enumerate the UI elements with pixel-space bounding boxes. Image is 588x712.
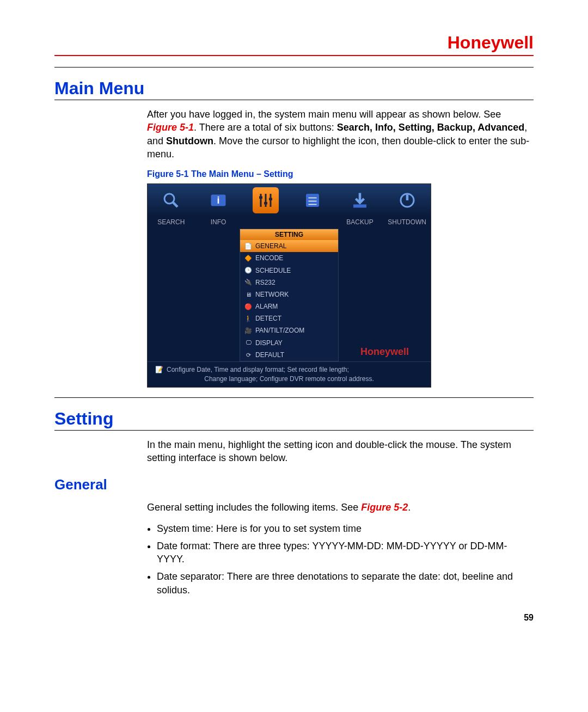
- dvr-setting-submenu: SETTING 📄GENERAL 🔶ENCODE 🕒SCHEDULE 🔌RS23…: [240, 229, 339, 361]
- dvr-submenu-network[interactable]: 🖥NETWORK: [240, 289, 338, 300]
- dvr-toolbar-shutdown[interactable]: [383, 184, 431, 217]
- network-icon: 🖥: [244, 291, 252, 298]
- dvr-toolbar-advanced[interactable]: [289, 184, 336, 217]
- general-bullet-list: System time: Here is for you to set syst…: [157, 522, 534, 597]
- detect-icon: 🚶: [244, 315, 252, 322]
- dvr-brand: Honeywell: [339, 229, 431, 361]
- dvr-toolbar-search[interactable]: [148, 184, 195, 217]
- display-icon: 🖵: [244, 339, 252, 347]
- text: .: [408, 502, 411, 513]
- label: PAN/TILT/ZOOM: [255, 326, 304, 335]
- figure-ref-5-2: Figure 5-2: [361, 502, 408, 513]
- hint-text-1: Configure Date, Time and display format;…: [167, 365, 349, 375]
- heading-general: General: [54, 476, 534, 493]
- dvr-toolbar-label: BACKUP: [336, 218, 384, 226]
- dvr-toolbar-label: [242, 218, 289, 226]
- section-rule-top-2: [54, 397, 534, 398]
- label: ENCODE: [255, 254, 283, 262]
- text: After you have logged in, the system mai…: [147, 109, 501, 120]
- bullet-item: Date separator: There are three denotati…: [157, 570, 534, 597]
- heading-main-menu: Main Menu: [54, 78, 534, 99]
- text: General setting includes the following i…: [147, 502, 361, 513]
- dvr-toolbar-backup[interactable]: [336, 184, 384, 217]
- ptz-icon: 🎥: [244, 327, 252, 335]
- hint-text-2: Change language; Configure DVR remote co…: [153, 375, 425, 384]
- svg-rect-11: [353, 204, 366, 207]
- label: ALARM: [255, 302, 278, 311]
- bold-shutdown: Shutdown: [166, 136, 213, 146]
- dvr-toolbar-label: INFO: [195, 218, 242, 226]
- schedule-icon: 🕒: [244, 267, 252, 274]
- section-rule-top: [54, 67, 534, 67]
- dvr-submenu-head: SETTING: [240, 229, 338, 240]
- svg-line-1: [173, 202, 177, 207]
- dvr-toolbar-label: SHUTDOWN: [383, 218, 431, 226]
- hint-icon: 📝: [155, 365, 163, 375]
- svg-text:i: i: [217, 195, 219, 206]
- label: SCHEDULE: [255, 266, 291, 275]
- encode-icon: 🔶: [244, 254, 252, 262]
- svg-rect-7: [306, 194, 319, 207]
- label: RS232: [255, 278, 275, 287]
- setting-paragraph: In the main menu, highlight the setting …: [147, 438, 534, 465]
- dvr-submenu-default[interactable]: ⟳DEFAULT: [240, 349, 338, 361]
- main-menu-paragraph: After you have logged in, the system mai…: [147, 108, 534, 161]
- dvr-submenu-alarm[interactable]: 🔴ALARM: [240, 300, 338, 312]
- svg-rect-4: [259, 196, 262, 199]
- section-rule-bottom-2: [54, 430, 534, 431]
- dvr-toolbar-setting[interactable]: [242, 184, 289, 217]
- general-icon: 📄: [244, 242, 252, 250]
- dvr-submenu-encode[interactable]: 🔶ENCODE: [240, 252, 338, 264]
- dvr-submenu-ptz[interactable]: 🎥PAN/TILT/ZOOM: [240, 324, 338, 336]
- dvr-main-menu-screenshot: i SEARCH INFO BACKUP SHUTDOWN SETTING 📄G…: [147, 183, 431, 388]
- dvr-submenu-detect[interactable]: 🚶DETECT: [240, 312, 338, 324]
- dvr-submenu-schedule[interactable]: 🕒SCHEDULE: [240, 265, 338, 277]
- svg-rect-5: [264, 202, 267, 205]
- dvr-submenu-display[interactable]: 🖵DISPLAY: [240, 337, 338, 349]
- bullet-item: System time: Here is for you to set syst…: [157, 522, 534, 535]
- general-intro: General setting includes the following i…: [147, 501, 534, 514]
- svg-rect-6: [269, 198, 272, 200]
- label: DETECT: [255, 314, 281, 323]
- label: DEFAULT: [255, 351, 284, 359]
- alarm-icon: 🔴: [244, 303, 252, 310]
- dvr-toolbar-labels: SEARCH INFO BACKUP SHUTDOWN: [148, 217, 431, 229]
- default-icon: ⟳: [244, 351, 252, 359]
- dvr-hint-bar: 📝Configure Date, Time and display format…: [148, 361, 431, 387]
- dvr-toolbar-info[interactable]: i: [195, 184, 242, 217]
- heading-setting: Setting: [54, 409, 534, 429]
- page-number: 59: [54, 613, 534, 623]
- bullet-item: Date format: There are three types: YYYY…: [157, 539, 534, 566]
- section-rule-bottom: [54, 100, 534, 100]
- brand-logo: Honeywell: [54, 33, 534, 53]
- label: NETWORK: [255, 290, 289, 299]
- header-rule: [54, 55, 534, 56]
- bold-buttons-list: Search, Info, Setting, Backup, Advanced: [337, 122, 524, 133]
- rs232-icon: 🔌: [244, 279, 252, 286]
- label: GENERAL: [255, 242, 286, 250]
- figure-caption-5-1: Figure 5-1 The Main Menu – Setting: [147, 168, 534, 180]
- dvr-submenu-rs232[interactable]: 🔌RS232: [240, 277, 338, 289]
- dvr-toolbar-label: SEARCH: [148, 218, 195, 226]
- label: DISPLAY: [255, 339, 283, 347]
- figure-ref-5-1: Figure 5-1: [147, 122, 194, 133]
- dvr-toolbar: i: [148, 184, 431, 217]
- dvr-toolbar-label: [289, 218, 336, 226]
- text: . There are a total of six buttons:: [194, 122, 337, 133]
- dvr-submenu-general[interactable]: 📄GENERAL: [240, 240, 338, 252]
